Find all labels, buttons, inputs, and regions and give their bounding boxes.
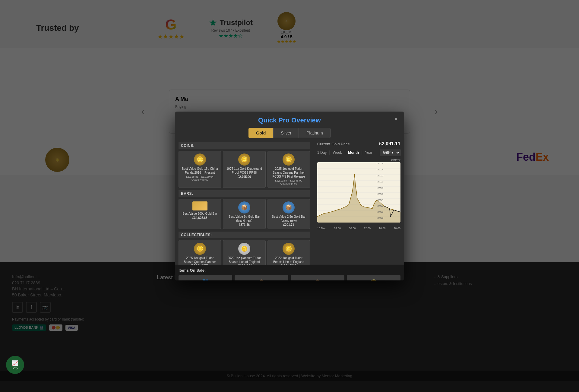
product-coin-image: 🪙 bbox=[238, 153, 250, 166]
product-card[interactable]: 🪙 2022 1oz platinum Tudor Beasts Lion of… bbox=[223, 240, 265, 265]
product-coin-image: 🪙 bbox=[194, 153, 206, 166]
tab-silver[interactable]: Silver bbox=[273, 128, 299, 138]
collectibles-product-grid: 🪙 2025 1oz gold Tudor Beasts Queens Pant… bbox=[179, 240, 310, 265]
product-price: £201.71 bbox=[283, 223, 294, 226]
coins-product-grid: 🪙 Best Value Gold 15g China Panda 2016 –… bbox=[179, 151, 310, 188]
product-coin-image: 🪙 bbox=[194, 243, 206, 255]
product-card[interactable]: 📦 Best Value 2.5g Gold Bar (brand new) £… bbox=[267, 199, 310, 229]
product-card[interactable]: 🪙 1976 1oz Gold Krugerrand Proof PCGS PR… bbox=[223, 151, 265, 188]
bars-section-title: BARS: bbox=[179, 190, 310, 197]
product-name: 2022 1oz platinum Tudor Beasts Lion of E… bbox=[226, 256, 263, 265]
modal-tabs: Gold Silver Platinum bbox=[181, 128, 398, 138]
tab-gold[interactable]: Gold bbox=[248, 128, 273, 138]
sale-items-grid: 🥈 British Monarchs King George I – 2022 … bbox=[179, 275, 400, 280]
sale-item-image: 🥈 bbox=[179, 275, 232, 280]
product-card[interactable]: Best Value 500g Gold Bar £34,625.63 bbox=[179, 199, 221, 229]
chart-period-tabs: 1 Day | Week | Month | Year GBP ▾ USD EU… bbox=[317, 149, 400, 156]
chart-period-week[interactable]: Week bbox=[333, 150, 342, 155]
x-label-1200: 12:00 bbox=[364, 227, 371, 230]
product-name: 2025 1oz gold Tudor Beasts Queens Panthe… bbox=[270, 167, 307, 179]
modal-body: COINS: 🪙 Best Value Gold 15g China Panda… bbox=[175, 138, 404, 265]
product-name: Best Value 500g Gold Bar bbox=[182, 212, 217, 216]
product-name: 2025 1oz gold Tudor Beasts Queens Panthe… bbox=[181, 256, 218, 265]
chart-x-labels: 16 Dec 04:00 08:00 12:00 16:00 20:00 bbox=[317, 226, 400, 230]
product-name: 2022 1oz gold Tudor Beasts Lion of Engla… bbox=[270, 256, 307, 265]
product-name: Best Value 5g Gold Bar (brand new) bbox=[226, 215, 263, 223]
modal-title: Quick Pro Overview bbox=[181, 116, 398, 124]
modal-products-panel: COINS: 🪙 Best Value Gold 15g China Panda… bbox=[175, 138, 314, 265]
product-card[interactable]: 📦 Best Value 5g Gold Bar (brand new) £37… bbox=[223, 199, 265, 229]
chart-period-year[interactable]: Year bbox=[365, 150, 372, 155]
product-name: Best Value Gold 15g China Panda 2016 – P… bbox=[181, 167, 218, 175]
pro-chart-icon: 📈 bbox=[12, 360, 18, 367]
chart-y-axis-label: GBP/oz bbox=[317, 159, 400, 162]
chart-period-1day[interactable]: 1 Day bbox=[317, 150, 327, 155]
pro-label: Pro bbox=[13, 367, 18, 370]
coins-section-title: COINS: bbox=[179, 142, 310, 149]
sale-item[interactable]: 📦 2022 5oz Silver British Monarchs King … bbox=[235, 275, 288, 280]
sale-item[interactable]: 📦 British Monarchs King George I – 2022 … bbox=[291, 275, 344, 280]
product-card[interactable]: 🪙 Best Value Gold 15g China Panda 2016 –… bbox=[179, 151, 221, 188]
quick-pro-overview-modal: Quick Pro Overview × Gold Silver Platinu… bbox=[175, 112, 404, 280]
modal-header: Quick Pro Overview × Gold Silver Platinu… bbox=[175, 112, 404, 138]
price-chart-svg bbox=[317, 162, 400, 223]
sale-section-title: Items On Sale: bbox=[179, 268, 400, 273]
items-on-sale-section: Items On Sale: 🥈 British Monarchs King G… bbox=[175, 265, 404, 280]
modal-overlay: Quick Pro Overview × Gold Silver Platinu… bbox=[0, 0, 579, 392]
product-price: £34,625.63 bbox=[192, 216, 207, 220]
product-price-range: £1,118.81 – £1,129.54 bbox=[186, 175, 214, 178]
product-name: Best Value 2.5g Gold Bar (brand new) bbox=[270, 215, 307, 223]
modal-close-button[interactable]: × bbox=[392, 115, 400, 122]
product-coin-image: 🪙 bbox=[238, 243, 250, 255]
sale-item-image: 📦 bbox=[235, 275, 288, 280]
x-label-2000: 20:00 bbox=[394, 227, 400, 230]
product-bar-image: 📦 bbox=[283, 201, 295, 213]
product-bar-image bbox=[192, 201, 207, 210]
currency-select[interactable]: GBP ▾ USD EUR bbox=[380, 149, 400, 156]
chart-area bbox=[317, 162, 400, 223]
tab-platinum[interactable]: Platinum bbox=[299, 128, 330, 138]
sale-item-image: 🪙 bbox=[347, 275, 400, 280]
product-card[interactable]: 🪙 2022 1oz gold Tudor Beasts Lion of Eng… bbox=[267, 240, 310, 265]
product-card[interactable]: 🪙 2025 1oz gold Tudor Beasts Queens Pant… bbox=[179, 240, 221, 265]
chart-header: Current Gold Price £2,091.11 bbox=[317, 141, 400, 147]
product-coin-image: 🪙 bbox=[283, 243, 295, 255]
x-label-0800: 08:00 bbox=[349, 227, 356, 230]
sale-item-image: 📦 bbox=[291, 275, 344, 280]
x-label-1600: 16:00 bbox=[379, 227, 386, 230]
sale-item[interactable]: 🪙 Best Value Gold 15g China Panda 2016 –… bbox=[347, 275, 400, 280]
product-price: £2,795.00 bbox=[238, 175, 251, 179]
product-card[interactable]: 🪙 2025 1oz gold Tudor Beasts Queens Pant… bbox=[267, 151, 310, 188]
chart-current-price-value: £2,091.11 bbox=[379, 141, 400, 147]
product-qty-label: Quantity price bbox=[191, 178, 208, 181]
product-bar-image: 📦 bbox=[238, 201, 250, 213]
pro-ticker-button[interactable]: 📈 Pro bbox=[6, 356, 24, 374]
sale-item[interactable]: 🥈 British Monarchs King George I – 2022 … bbox=[179, 275, 232, 280]
product-coin-image: 🪙 bbox=[283, 153, 295, 166]
product-price: £371.46 bbox=[239, 223, 250, 226]
modal-chart-panel: Current Gold Price £2,091.11 1 Day | Wee… bbox=[314, 138, 404, 265]
product-price-range: £2,619.87 – £2,645.00 bbox=[275, 179, 302, 182]
bars-product-grid: Best Value 500g Gold Bar £34,625.63 📦 Be… bbox=[179, 199, 310, 229]
product-qty-label: Quantity price bbox=[280, 182, 297, 185]
product-name: 1976 1oz Gold Krugerrand Proof PCGS PR88 bbox=[226, 167, 263, 175]
x-label-0400: 04:00 bbox=[334, 227, 341, 230]
chart-current-price-label: Current Gold Price bbox=[317, 142, 350, 146]
x-label-16dec: 16 Dec bbox=[317, 227, 326, 230]
chart-period-month[interactable]: Month bbox=[348, 150, 359, 155]
collectibles-section-title: COLLECTIBLES: bbox=[179, 232, 310, 238]
